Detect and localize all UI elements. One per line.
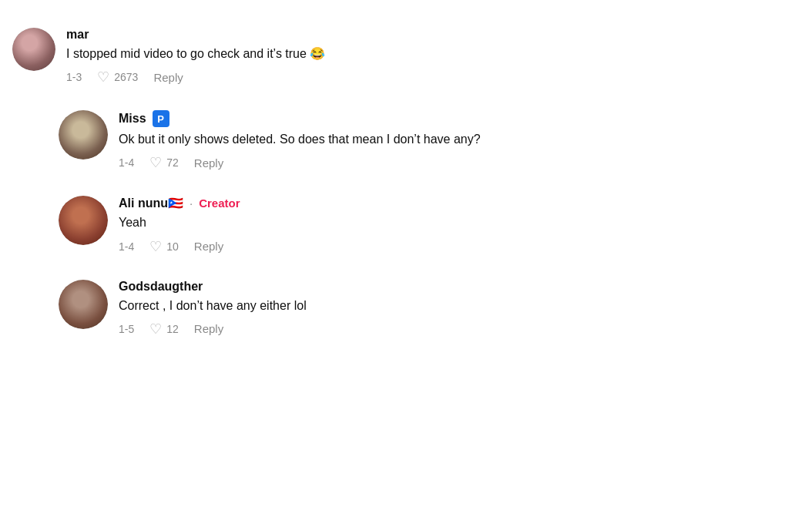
- comment-text: Correct , I don’t have any either lol: [119, 297, 800, 314]
- avatar: [59, 110, 108, 160]
- comment-text: Ok but it only shows deleted. So does th…: [119, 130, 800, 148]
- comment-body: Ali nunu🇵🇷·CreatorYeah1-4♡10Reply: [119, 196, 800, 254]
- parking-badge: P: [153, 110, 169, 127]
- comment-meta: 1-4♡72Reply: [119, 154, 800, 171]
- username: Ali nunu🇵🇷: [119, 196, 183, 210]
- dot-separator: ·: [190, 196, 193, 210]
- like-area[interactable]: ♡2673: [97, 69, 138, 86]
- heart-icon[interactable]: ♡: [149, 321, 162, 338]
- comment-text: I stopped mid video to go check and it’s…: [66, 45, 800, 62]
- heart-icon[interactable]: ♡: [149, 238, 162, 255]
- username: Miss: [119, 112, 146, 126]
- comment-header: mar: [66, 28, 800, 42]
- comment-body: GodsdaugtherCorrect , I don’t have any e…: [119, 280, 800, 338]
- heart-icon[interactable]: ♡: [97, 69, 109, 86]
- comment-meta: 1-3♡2673Reply: [66, 69, 800, 86]
- like-area[interactable]: ♡12: [149, 321, 179, 338]
- comment-item: GodsdaugtherCorrect , I don’t have any e…: [12, 267, 800, 350]
- username: mar: [66, 28, 89, 42]
- comment-meta: 1-4♡10Reply: [119, 238, 800, 255]
- username: Godsdaugther: [119, 280, 203, 294]
- creator-label: Creator: [199, 196, 240, 210]
- reply-button[interactable]: Reply: [194, 322, 223, 335]
- comment-header: Ali nunu🇵🇷·Creator: [119, 196, 800, 210]
- comment-item: MissPOk but it only shows deleted. So do…: [12, 98, 800, 183]
- heart-icon[interactable]: ♡: [149, 154, 162, 171]
- like-count: 12: [166, 323, 179, 335]
- like-count: 10: [166, 240, 179, 253]
- comment-header: MissP: [119, 110, 800, 127]
- comment-item: Ali nunu🇵🇷·CreatorYeah1-4♡10Reply: [12, 183, 800, 267]
- reply-button[interactable]: Reply: [194, 156, 223, 170]
- like-area[interactable]: ♡10: [149, 238, 179, 255]
- avatar: [59, 280, 108, 329]
- like-count: 72: [166, 156, 179, 169]
- timestamp: 1-5: [119, 323, 134, 335]
- comment-meta: 1-5♡12Reply: [119, 321, 800, 338]
- like-area[interactable]: ♡72: [149, 154, 179, 171]
- comment-text: Yeah: [119, 213, 800, 231]
- timestamp: 1-4: [119, 156, 134, 169]
- avatar: [12, 28, 55, 71]
- comment-body: marI stopped mid video to go check and i…: [66, 28, 800, 86]
- like-count: 2673: [114, 71, 138, 83]
- timestamp: 1-4: [119, 240, 134, 253]
- comment-item: marI stopped mid video to go check and i…: [12, 15, 800, 98]
- avatar: [59, 196, 108, 245]
- reply-button[interactable]: Reply: [153, 71, 183, 84]
- reply-button[interactable]: Reply: [194, 240, 223, 253]
- comment-body: MissPOk but it only shows deleted. So do…: [119, 110, 800, 171]
- timestamp: 1-3: [66, 71, 82, 83]
- comment-header: Godsdaugther: [119, 280, 800, 294]
- comment-thread: marI stopped mid video to go check and i…: [12, 15, 800, 350]
